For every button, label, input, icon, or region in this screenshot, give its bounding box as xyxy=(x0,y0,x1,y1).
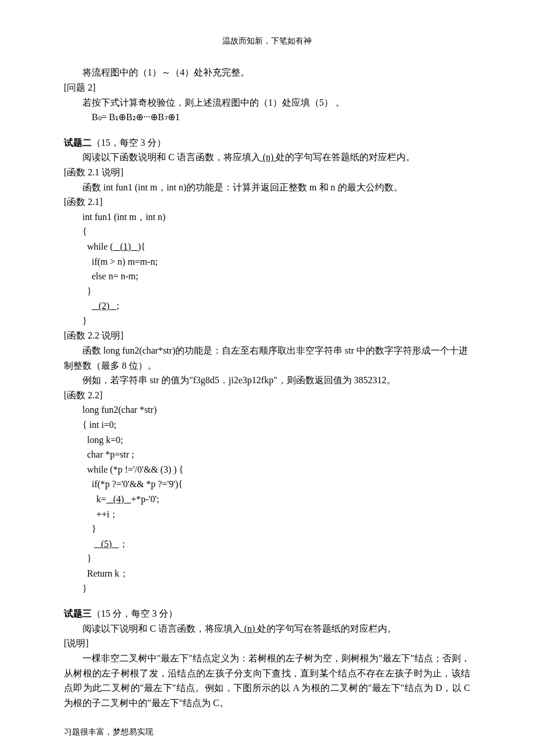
text: 处的字句写在答题纸的对应栏内。 xyxy=(276,152,415,162)
code-line: long k=0; xyxy=(82,435,123,445)
page-footer: 习题很丰富，梦想易实现 xyxy=(64,726,153,739)
body-text: 阅读以下函数说明和 C 语言函数，将应填入 (n) 处的字句写在答题纸的对应栏内… xyxy=(64,150,470,165)
text: 处的字句写在答题纸的对应栏内。 xyxy=(257,624,396,633)
title-label: 试题三 xyxy=(64,609,92,618)
code-line: } xyxy=(82,286,92,296)
code-line: ; xyxy=(117,301,119,311)
code-line: ){ xyxy=(138,242,146,251)
code-line: long fun2(char *str) xyxy=(82,405,157,415)
code-line: } xyxy=(82,524,96,534)
section-title: 试题二（15，每空 3 分） xyxy=(64,135,470,150)
code-line xyxy=(82,301,92,311)
code-line: char *p=str ; xyxy=(82,449,134,459)
section-title: [问题 2] xyxy=(64,80,470,95)
code-line: } xyxy=(82,316,87,326)
text: 阅读以下函数说明和 C 语言函数，将应填入 xyxy=(82,152,261,162)
code-line: } xyxy=(82,584,87,593)
section-title: [函数 2.1 说明] xyxy=(64,165,470,180)
section-title: 试题三（15 分，每空 3 分） xyxy=(64,606,470,621)
blank-2: (2) xyxy=(92,301,117,311)
code-line: if(m > n) m=m-n; xyxy=(82,257,158,267)
code-line: while (*p !='/0'&& (3) ) { xyxy=(82,465,183,474)
blank-n: (n) xyxy=(242,624,258,633)
code-line: Return k； xyxy=(82,568,129,578)
body-text: 一棵非空二叉树中"最左下"结点定义为：若树根的左子树为空，则树根为"最左下"结点… xyxy=(64,651,470,710)
body-text: 阅读以下说明和 C 语言函数，将应填入 (n) 处的字句写在答题纸的对应栏内。 xyxy=(64,621,470,636)
score-text: （15，每空 3 分） xyxy=(92,138,166,147)
page-header: 温故而知新，下笔如有神 xyxy=(64,35,470,48)
title-label: 试题二 xyxy=(64,138,92,147)
formula: B₀= B₁⊕B₂⊕···⊕B₇⊕1 xyxy=(64,110,470,125)
section-title: [函数 2.2 说明] xyxy=(64,328,470,343)
code-line: if(*p ?='0'&& *p ?='9'){ xyxy=(82,479,183,489)
code-line: int fun1 (int m，int n) xyxy=(82,212,165,222)
body-text: 函数 int fun1 (int m，int n)的功能是：计算并返回正整数 m… xyxy=(64,180,470,195)
code-line: +*p-'0'; xyxy=(131,494,160,504)
section-title: [函数 2.1] xyxy=(64,195,470,210)
code-line xyxy=(82,539,94,549)
blank-1: (1) xyxy=(113,242,138,251)
code-line: { xyxy=(82,226,87,236)
code-line: while ( xyxy=(82,242,113,251)
body-text: 若按下式计算奇校验位，则上述流程图中的（1）处应填（5） 。 xyxy=(64,95,470,110)
section-title: [函数 2.2] xyxy=(64,388,470,403)
body-text: 函数 long fun2(char*str)的功能是：自左至右顺序取出非空字符串… xyxy=(64,343,470,373)
blank-4: (4) xyxy=(106,494,131,504)
body-text: 例如，若字符串 str 的值为"f3g8d5．ji2e3p12fkp"，则函数返… xyxy=(64,373,470,388)
body-text: 将流程图中的（1）～（4）处补充完整。 xyxy=(64,65,470,80)
text: 阅读以下说明和 C 语言函数，将应填入 xyxy=(82,624,242,633)
code-line: ； xyxy=(119,539,128,549)
blank-n: (n) xyxy=(261,152,276,162)
code-line: } xyxy=(82,553,92,563)
code-line: ++i； xyxy=(82,509,119,519)
blank-5: (5) xyxy=(94,539,119,549)
section-title: [说明] xyxy=(64,636,470,651)
code-block-fun1: int fun1 (int m，int n) { while ( (1) ){ … xyxy=(82,210,470,329)
code-block-fun2: long fun2(char *str) { int i=0; long k=0… xyxy=(82,402,470,596)
score-text: （15 分，每空 3 分） xyxy=(92,609,178,618)
code-line: else n= n-m; xyxy=(82,271,138,281)
code-line: { int i=0; xyxy=(82,420,116,430)
code-line: k= xyxy=(82,494,106,504)
